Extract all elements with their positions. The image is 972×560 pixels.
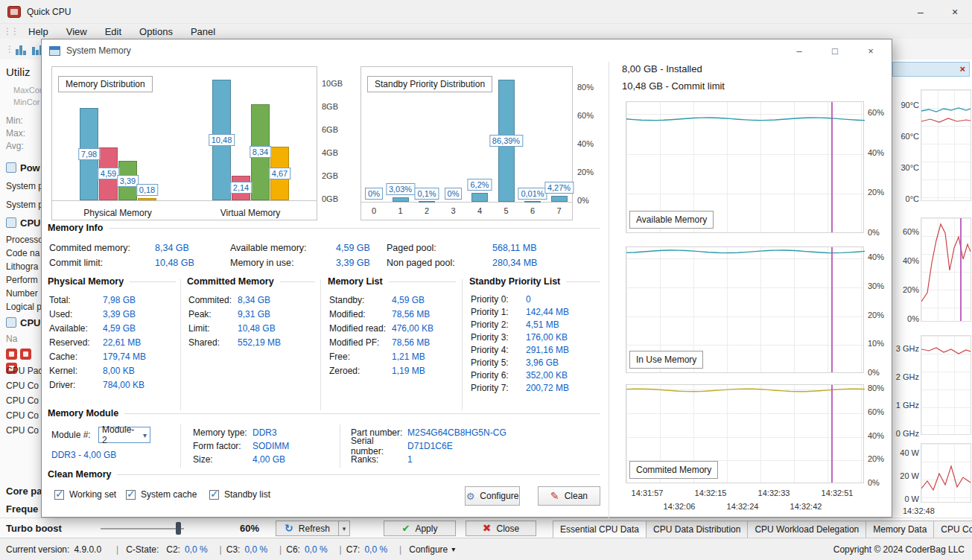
menu-item[interactable]: Edit xyxy=(102,25,124,38)
priority-bar xyxy=(419,201,435,203)
y-axis-tick: 10GB xyxy=(322,79,343,88)
divider xyxy=(117,474,600,475)
left-panel-item[interactable]: Number xyxy=(6,288,38,299)
left-panel-item[interactable]: Perform xyxy=(6,275,38,285)
chart-title: Memory Distribution xyxy=(58,76,153,92)
left-panel-item[interactable]: Processo xyxy=(6,235,42,245)
dialog-close-button[interactable]: × xyxy=(853,39,889,62)
left-panel-item[interactable]: CPU xyxy=(6,217,40,229)
left-panel-item[interactable]: Utiliz xyxy=(6,66,31,78)
menu-grip-icon[interactable]: ⋮⋮ xyxy=(3,26,18,36)
left-panel-item[interactable]: CPU xyxy=(6,317,40,328)
clean-option[interactable]: System cache xyxy=(126,489,197,500)
left-panel-item[interactable]: Na xyxy=(6,334,17,344)
core-icon[interactable] xyxy=(6,349,17,360)
commit-limit-text: 10,48 GB - Commit limit xyxy=(622,80,725,92)
left-panel-item[interactable]: Pow xyxy=(6,162,40,174)
bar-value-label: 0% xyxy=(445,188,463,200)
clean-button[interactable]: ✎ Clean xyxy=(538,486,600,506)
left-panel-item[interactable]: System p xyxy=(6,200,42,210)
dialog-minimize-button[interactable]: – xyxy=(781,39,817,62)
left-panel-item[interactable]: Logical p xyxy=(6,302,42,312)
module-link[interactable]: DDR3 - 4,00 GB xyxy=(51,450,116,460)
configure-menu-button[interactable]: Configure ▾ xyxy=(409,544,455,555)
refresh-dropdown-button[interactable]: ▾ xyxy=(339,521,350,536)
menu-item[interactable]: Options xyxy=(136,25,176,38)
left-panel-item[interactable]: Max: xyxy=(6,128,25,139)
configure-button[interactable]: ⚙ Configure xyxy=(465,486,520,506)
panel-tab[interactable]: CPU Workload Delegation xyxy=(747,521,866,538)
left-panel-item[interactable]: CPU Co xyxy=(6,395,39,406)
utilization-chart-fragment xyxy=(921,217,971,322)
close-panel-button[interactable]: ✖ Close xyxy=(466,521,536,536)
left-panel-item[interactable]: CPU Co xyxy=(6,425,39,436)
dialog-body: Memory Distribution 7,984,593,390,18Phys… xyxy=(42,62,892,518)
left-panel-item[interactable]: Code na xyxy=(6,248,39,258)
y-axis-tick: 60% xyxy=(868,108,884,117)
checkbox-checked-icon[interactable] xyxy=(54,490,64,500)
panel-close-icon[interactable]: × xyxy=(956,63,969,75)
slider-track xyxy=(101,528,184,529)
left-panel: Utiliz MaxCor MinCor Min: Max: Avg: Pow … xyxy=(0,60,42,518)
left-panel-item[interactable]: Freque xyxy=(6,503,38,515)
left-panel-item[interactable]: CPU Co xyxy=(6,410,39,421)
left-panel-item[interactable]: Lithogra xyxy=(6,261,38,272)
y-axis-tick: 40% xyxy=(868,148,884,157)
refresh-button[interactable]: ↻ Refresh xyxy=(276,521,339,536)
y-axis-tick: 2GB xyxy=(322,171,338,180)
clean-option[interactable]: Standby list xyxy=(209,489,270,500)
x-axis-category: 3 xyxy=(451,206,455,215)
utilization-line xyxy=(921,218,971,321)
time-label: 14:32:06 xyxy=(664,502,696,511)
menu-item[interactable]: View xyxy=(63,25,90,38)
panel-tab[interactable]: Memory Data xyxy=(865,521,934,538)
apply-button[interactable]: ✔ Apply xyxy=(384,521,456,536)
cstate-label: C-State: xyxy=(126,544,159,555)
left-panel-item[interactable]: CPU Pac xyxy=(6,366,42,376)
toolbar-grip-icon[interactable]: ⋮ xyxy=(5,44,13,54)
panel-tab[interactable]: CPU Core Parking xyxy=(933,521,972,538)
x-axis xyxy=(52,200,317,201)
divider xyxy=(340,424,340,468)
table-row: Modified PF:78,56 MB xyxy=(329,335,433,349)
panel-tab[interactable]: Essential CPU Data xyxy=(553,521,647,538)
axis-label: 1 GHz xyxy=(896,401,919,410)
checkbox-checked-icon[interactable] xyxy=(126,490,136,500)
main-area: ⋮ Utiliz MaxCor MinCor Min: Max: Avg: Po… xyxy=(0,39,972,518)
clean-option[interactable]: Working set xyxy=(54,489,116,500)
module-select[interactable]: Module-2 ▾ xyxy=(98,427,150,443)
chart-icon[interactable] xyxy=(16,44,26,55)
info-row: Available memory:4,59 GB xyxy=(230,241,370,255)
left-panel-item[interactable]: Min: xyxy=(6,115,23,126)
left-panel-item[interactable]: CPU Co xyxy=(6,381,39,391)
table-row: Reserved:22,61 MB xyxy=(49,335,146,349)
core-icon[interactable] xyxy=(20,349,31,360)
bar-value-label: 7,98 xyxy=(78,148,100,160)
cstate-item: C7:0,0 % | xyxy=(346,544,402,555)
turbo-boost-slider[interactable] xyxy=(101,518,184,538)
panel-tab[interactable]: CPU Data Distribution xyxy=(646,521,748,538)
divider xyxy=(280,281,315,282)
checkbox-checked-icon[interactable] xyxy=(209,490,219,500)
divider xyxy=(124,413,600,414)
separator: | xyxy=(116,544,118,555)
left-panel-item[interactable]: MinCor xyxy=(13,98,39,106)
memory-info-col2: Available memory:4,59 GBMemory in use:3,… xyxy=(230,241,370,270)
chevron-down-icon: ▾ xyxy=(451,545,455,553)
dialog-maximize-button[interactable]: □ xyxy=(817,39,853,62)
close-button[interactable]: × xyxy=(938,0,972,24)
time-cursor xyxy=(831,102,833,232)
memory-list-table: Standby:4,59 GBModified:78,56 MBModified… xyxy=(329,293,433,378)
y-axis-tick: 20% xyxy=(868,454,884,463)
dialog-titlebar[interactable]: System Memory – □ × xyxy=(42,39,892,62)
left-panel-item[interactable]: System p xyxy=(6,181,42,191)
left-panel-item[interactable]: MaxCor xyxy=(13,86,42,95)
left-panel-item[interactable]: Avg: xyxy=(6,141,24,151)
axis-label: 30°C xyxy=(900,163,919,172)
left-panel-item[interactable]: Core pa xyxy=(6,486,42,497)
committed-memory-header: Committed Memory xyxy=(187,276,315,287)
slider-handle[interactable] xyxy=(176,522,181,535)
menu-item[interactable]: Panel xyxy=(188,25,218,38)
minimize-button[interactable]: – xyxy=(903,0,938,24)
menu-item[interactable]: Help xyxy=(25,25,51,38)
